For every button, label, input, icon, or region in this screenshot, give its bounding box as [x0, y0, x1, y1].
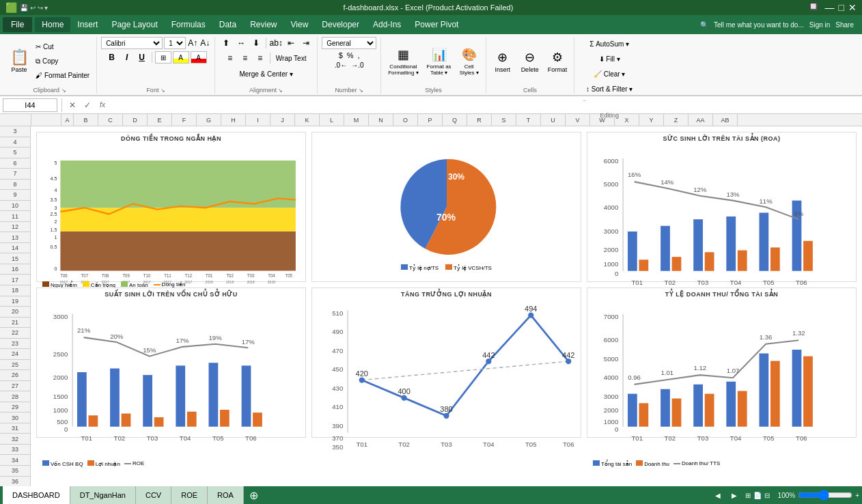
menu-review[interactable]: Review — [243, 17, 283, 32]
sheet-tab-roa[interactable]: ROA — [208, 486, 244, 504]
bold-btn[interactable]: B — [105, 51, 119, 64]
col-header-select-all[interactable] — [31, 114, 61, 126]
svg-text:3000: 3000 — [604, 393, 618, 400]
paste-icon: 📋 — [10, 50, 29, 65]
svg-text:T06: T06 — [60, 272, 68, 277]
scroll-left-btn[interactable]: ◀ — [715, 492, 721, 499]
sort-filter-btn[interactable]: ↕ Sort & Filter ▾ — [583, 82, 635, 96]
svg-text:T01: T01 — [631, 279, 643, 286]
svg-text:1000: 1000 — [604, 260, 618, 268]
window-controls[interactable]: 🔲 — □ ✕ — [809, 2, 857, 13]
signin-btn[interactable]: Sign in — [809, 21, 831, 29]
align-bottom-btn[interactable]: ⬇ — [249, 37, 263, 49]
cancel-formula-btn[interactable]: ✕ — [66, 99, 79, 111]
menu-formulas[interactable]: Formulas — [165, 17, 212, 32]
search-placeholder[interactable]: Tell me what you want to do... — [714, 21, 804, 29]
underline-btn[interactable]: U — [135, 51, 149, 64]
cut-button[interactable]: ✂ Cut — [33, 40, 92, 54]
percent-btn[interactable]: % — [347, 51, 354, 59]
border-btn[interactable]: ⊞ — [155, 51, 171, 64]
align-left-btn[interactable]: ≡ — [223, 52, 237, 64]
view-layout-btn[interactable]: 📄 — [753, 492, 762, 499]
italic-btn[interactable]: I — [120, 51, 134, 64]
menu-pagelayout[interactable]: Page Layout — [105, 17, 164, 32]
text-direction-btn[interactable]: ab↕ — [269, 37, 283, 49]
formula-input[interactable] — [111, 101, 859, 109]
indent-increase-btn[interactable]: ⇥ — [299, 37, 313, 49]
font-color-btn[interactable]: A — [191, 51, 207, 64]
svg-text:T02: T02 — [398, 440, 410, 448]
align-center-btn[interactable]: ≡ — [238, 52, 252, 64]
insert-function-btn[interactable]: fx — [96, 99, 109, 111]
svg-text:11%: 11% — [760, 197, 773, 205]
conditional-formatting-btn[interactable]: ▦ ConditionalFormatting ▾ — [385, 42, 421, 81]
number-format-select[interactable]: General — [322, 37, 376, 49]
cell-styles-btn[interactable]: 🎨 CellStyles ▾ — [457, 42, 482, 81]
scroll-right-btn[interactable]: ▶ — [732, 492, 737, 499]
decrease-decimal-btn[interactable]: .0← — [335, 61, 347, 69]
format-btn[interactable]: ⚙ Format — [545, 42, 570, 81]
menu-developer[interactable]: Developer — [315, 17, 366, 32]
rev-legend-dt: Doanh thu — [636, 460, 669, 467]
svg-text:0: 0 — [615, 270, 618, 277]
rev-legend-ts: Tổng tài sản — [593, 460, 632, 467]
merge-center-btn[interactable]: Merge & Center ▾ — [236, 67, 295, 81]
menu-file[interactable]: File — [3, 17, 32, 32]
align-top-btn[interactable]: ⬆ — [219, 37, 233, 49]
insert-btn[interactable]: ⊕ Insert — [490, 42, 515, 81]
menu-addins[interactable]: Add-Ins — [366, 17, 408, 32]
pie-chart-svg: 70% 30% — [392, 152, 501, 262]
increase-decimal-btn[interactable]: →.0 — [351, 61, 363, 69]
sheet-tabs[interactable]: DASHBOARD DT_NganHan CCV ROE ROA ⊕ — [3, 486, 264, 504]
row-29: 29 — [0, 402, 30, 413]
wrap-text-btn[interactable]: Wrap Text — [273, 51, 309, 65]
increase-font-btn[interactable]: A↑ — [187, 38, 198, 48]
row-15: 15 — [0, 253, 30, 264]
menu-data[interactable]: Data — [212, 17, 243, 32]
copy-button[interactable]: ⧉ Copy — [33, 55, 92, 68]
row-27: 27 — [0, 381, 30, 392]
row-17: 17 — [0, 275, 30, 285]
zoom-slider[interactable] — [798, 490, 852, 501]
bottom-right: ◀ ▶ ⊞ 📄 ⊟ 100% + — [715, 490, 859, 501]
delete-btn[interactable]: ⊖ Delete — [518, 42, 542, 81]
currency-btn[interactable]: $ — [339, 51, 343, 59]
cell-reference-input[interactable] — [3, 98, 57, 112]
sheet-tab-ccv[interactable]: CCV — [136, 486, 171, 504]
add-sheet-btn[interactable]: ⊕ — [244, 486, 264, 504]
col-x: X — [615, 114, 639, 126]
share-btn[interactable]: Share — [835, 21, 854, 29]
view-page-break-btn[interactable]: ⊟ — [764, 492, 770, 499]
svg-rect-84 — [242, 365, 251, 426]
menu-insert[interactable]: Insert — [70, 17, 105, 32]
autosum-btn[interactable]: Σ AutoSum ▾ — [587, 37, 632, 51]
format-painter-button[interactable]: 🖌 Format Painter — [33, 69, 92, 83]
sheet-tab-dashboard[interactable]: DASHBOARD — [3, 486, 70, 504]
chart5-inner: 510 490 470 450 430 410 390 370 350 — [315, 300, 578, 457]
font-family-select[interactable]: Calibri — [101, 37, 163, 49]
menu-home[interactable]: Home — [35, 17, 70, 32]
format-table-btn[interactable]: 📊 Format asTable ▾ — [424, 42, 454, 81]
sheet-tab-roe[interactable]: ROE — [171, 486, 208, 504]
decrease-font-btn[interactable]: A↓ — [199, 38, 210, 48]
sheet-content[interactable]: DÒNG TIỀN TRONG NGẮN HẠN 5 4.5 — [31, 126, 862, 487]
clear-btn[interactable]: 🧹 Clear ▾ — [591, 67, 628, 81]
svg-text:3000: 3000 — [604, 227, 618, 235]
fill-color-btn[interactable]: A — [173, 51, 189, 64]
paste-button[interactable]: 📋 Paste — [7, 42, 31, 81]
zoom-in-btn[interactable]: + — [855, 492, 859, 499]
fill-btn[interactable]: ⬇ Fill ▾ — [596, 52, 623, 66]
align-middle-btn[interactable]: ↔ — [234, 37, 248, 49]
svg-text:T04: T04 — [730, 434, 742, 442]
sheet-tab-dtnganhan[interactable]: DT_NganHan — [70, 486, 136, 504]
indent-decrease-btn[interactable]: ⇤ — [284, 37, 298, 49]
font-size-select[interactable]: 11 — [164, 37, 186, 49]
menu-powerpivot[interactable]: Power Pivot — [408, 17, 465, 32]
menu-view[interactable]: View — [284, 17, 316, 32]
comma-btn[interactable]: , — [358, 51, 360, 59]
align-right-btn[interactable]: ≡ — [253, 52, 267, 64]
row-5: 5 — [0, 148, 30, 158]
svg-rect-145 — [760, 354, 769, 427]
view-normal-btn[interactable]: ⊞ — [745, 492, 751, 499]
confirm-formula-btn[interactable]: ✓ — [81, 99, 94, 111]
